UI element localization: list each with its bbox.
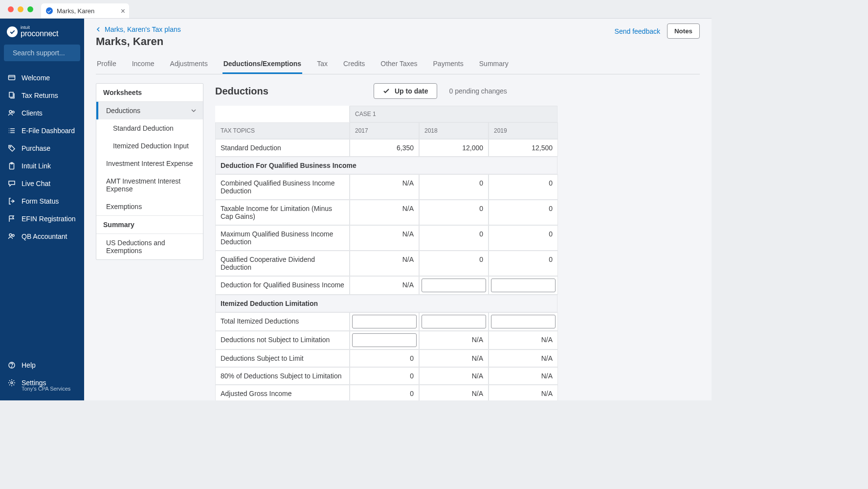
brand-sup: intuit xyxy=(21,25,58,30)
nav-live-chat[interactable]: Live Chat xyxy=(0,175,84,192)
value-cell[interactable]: N/A xyxy=(489,367,558,385)
value-cell[interactable]: 0 xyxy=(350,367,419,385)
flag-icon xyxy=(8,215,16,223)
brand-logo[interactable]: intuit proconnect xyxy=(0,23,84,42)
tab-deductions-exemptions[interactable]: Deductions/Exemptions xyxy=(223,55,302,74)
value-cell[interactable]: N/A xyxy=(350,225,419,251)
nav-purchase[interactable]: Purchase xyxy=(0,140,84,157)
tab-payments[interactable]: Payments xyxy=(432,55,465,74)
value-cell[interactable]: 12,000 xyxy=(419,139,489,157)
nav-welcome[interactable]: Welcome xyxy=(0,69,84,87)
nav-help[interactable]: Help xyxy=(0,356,84,374)
value-cell[interactable]: N/A xyxy=(419,367,489,385)
svg-point-6 xyxy=(12,111,14,113)
nav-form-status[interactable]: Form Status xyxy=(0,192,84,210)
value-cell[interactable]: 0 xyxy=(350,349,419,367)
browser-tab[interactable]: Marks, Karen × xyxy=(41,3,129,18)
value-input[interactable] xyxy=(491,279,556,292)
tab-credits[interactable]: Credits xyxy=(342,55,366,74)
tab-income[interactable]: Income xyxy=(131,55,156,74)
value-cell[interactable]: N/A xyxy=(489,331,558,349)
search-box[interactable] xyxy=(4,45,80,61)
nav-clients[interactable]: Clients xyxy=(0,104,84,122)
close-tab-icon[interactable]: × xyxy=(121,7,125,16)
breadcrumb[interactable]: Marks, Karen's Tax plans xyxy=(96,25,181,33)
tab-adjustments[interactable]: Adjustments xyxy=(169,55,209,74)
nav-efin-registration[interactable]: EFIN Registration xyxy=(0,210,84,228)
brand-main: proconnect xyxy=(21,30,58,38)
value-cell[interactable]: N/A xyxy=(350,276,419,295)
send-feedback-link[interactable]: Send feedback xyxy=(615,27,660,35)
window-zoom[interactable] xyxy=(27,6,33,12)
status-button[interactable]: Up to date xyxy=(374,83,437,99)
tab-tax[interactable]: Tax xyxy=(316,55,329,74)
tab-other-taxes[interactable]: Other Taxes xyxy=(379,55,418,74)
value-cell[interactable]: N/A xyxy=(350,174,419,200)
deductions-title: Deductions xyxy=(215,86,362,97)
value-cell[interactable]: 0 xyxy=(350,385,419,400)
svg-rect-2 xyxy=(9,75,15,80)
svg-point-13 xyxy=(10,146,11,147)
value-cell[interactable]: 0 xyxy=(489,225,558,251)
deductions-area: Deductions Up to date 0 pending changes … xyxy=(215,83,700,400)
row-label: Qualified Cooperative Dividend Deduction xyxy=(215,251,350,276)
value-input[interactable] xyxy=(422,279,486,292)
value-cell[interactable]: 0 xyxy=(489,200,558,225)
value-cell[interactable]: 6,350 xyxy=(350,139,419,157)
value-cell[interactable]: N/A xyxy=(419,331,489,349)
value-cell xyxy=(419,276,489,295)
section-header: Itemized Deduction Limitation xyxy=(215,295,557,312)
nav-label: E-File Dashboard xyxy=(22,127,75,135)
value-input[interactable] xyxy=(352,315,417,328)
year-header-2019: 2019 xyxy=(489,122,558,139)
worksheet-investment-interest[interactable]: Investment Interest Expense xyxy=(96,155,203,172)
nav-tax-returns[interactable]: Tax Returns xyxy=(0,87,84,104)
value-cell[interactable]: N/A xyxy=(419,349,489,367)
pending-changes: 0 pending changes xyxy=(449,87,507,95)
deductions-grid: CASE 1TAX TOPICS201720182019Standard Ded… xyxy=(215,106,557,400)
nav-qb-accountant[interactable]: QB Accountant xyxy=(0,228,84,245)
value-cell[interactable]: N/A xyxy=(350,251,419,276)
window-close[interactable] xyxy=(8,6,14,12)
value-cell[interactable]: 0 xyxy=(419,225,489,251)
status-label: Up to date xyxy=(395,87,428,95)
gear-icon xyxy=(8,379,16,387)
value-cell[interactable]: N/A xyxy=(489,385,558,400)
value-cell xyxy=(350,331,419,349)
value-cell[interactable]: N/A xyxy=(350,200,419,225)
nav-efile-dashboard[interactable]: E-File Dashboard xyxy=(0,122,84,140)
nav-intuit-link[interactable]: Intuit Link xyxy=(0,157,84,175)
worksheet-itemized-deduction-input[interactable]: Itemized Deduction Input xyxy=(96,137,203,155)
value-input[interactable] xyxy=(422,315,486,328)
welcome-icon xyxy=(8,74,16,82)
notes-button[interactable]: Notes xyxy=(667,23,700,39)
row-label: Combined Qualified Business Income Deduc… xyxy=(215,174,350,200)
value-cell[interactable]: N/A xyxy=(489,349,558,367)
clipboard-icon xyxy=(8,162,16,170)
row-label: Adjusted Gross Income xyxy=(215,385,350,400)
value-cell[interactable]: 0 xyxy=(489,174,558,200)
worksheet-deductions[interactable]: Deductions xyxy=(96,102,203,119)
worksheet-standard-deduction[interactable]: Standard Deduction xyxy=(96,119,203,137)
nav-label: Intuit Link xyxy=(22,162,51,170)
value-cell[interactable]: 0 xyxy=(419,251,489,276)
value-cell[interactable]: 0 xyxy=(489,251,558,276)
value-input[interactable] xyxy=(352,333,417,347)
tab-summary[interactable]: Summary xyxy=(478,55,510,74)
value-cell[interactable]: 0 xyxy=(419,200,489,225)
window-minimize[interactable] xyxy=(18,6,23,12)
value-cell[interactable]: 0 xyxy=(419,174,489,200)
worksheet-exemptions[interactable]: Exemptions xyxy=(96,198,203,215)
exit-icon xyxy=(8,197,16,205)
worksheet-amt-investment-interest[interactable]: AMT Investment Interest Expense xyxy=(96,172,203,198)
value-cell[interactable]: N/A xyxy=(419,385,489,400)
svg-point-5 xyxy=(9,111,12,113)
brand-mark-icon xyxy=(7,26,18,37)
nav-label: Clients xyxy=(22,109,43,117)
value-cell[interactable]: 12,500 xyxy=(489,139,558,157)
tab-profile[interactable]: Profile xyxy=(96,55,117,74)
value-input[interactable] xyxy=(491,315,556,328)
worksheet-us-deductions[interactable]: US Deductions and Exemptions xyxy=(96,234,203,259)
section-tabs: ProfileIncomeAdjustmentsDeductions/Exemp… xyxy=(96,55,700,74)
tax-topics-header: TAX TOPICS xyxy=(215,122,350,139)
